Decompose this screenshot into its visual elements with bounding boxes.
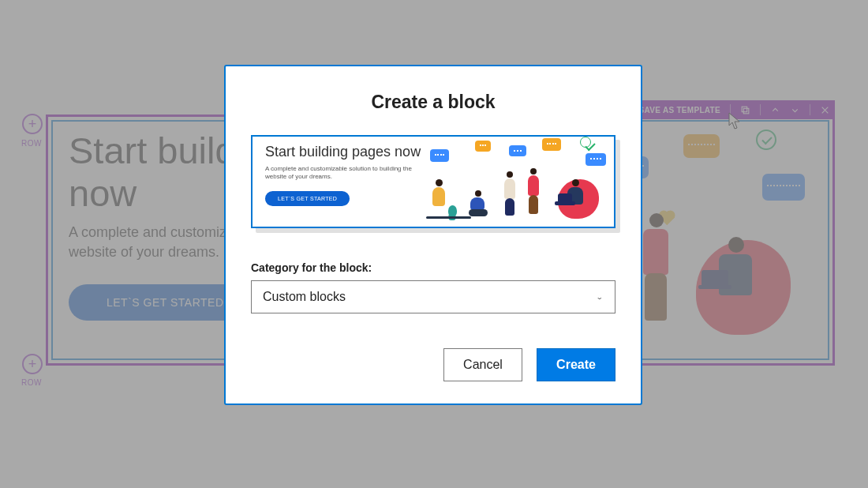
preview-illustration	[426, 137, 614, 227]
category-select-value: Custom blocks	[263, 290, 346, 304]
modal-title: Create a block	[251, 92, 615, 113]
chevron-down-icon: ⌄	[596, 293, 604, 301]
create-button[interactable]: Create	[537, 348, 615, 381]
modal-actions: Cancel Create	[251, 348, 615, 381]
preview-title: Start building pages now	[265, 145, 421, 160]
category-select[interactable]: Custom blocks ⌄	[251, 280, 615, 313]
preview-cta-button: LET`S GET STARTED	[265, 191, 350, 206]
create-block-modal: Create a block Start building pages now …	[224, 65, 642, 405]
block-preview[interactable]: Start building pages now A complete and …	[251, 135, 615, 228]
cancel-button[interactable]: Cancel	[443, 348, 522, 381]
category-field-label: Category for the block:	[251, 261, 615, 274]
preview-subtitle: A complete and customizable solution to …	[265, 165, 421, 182]
